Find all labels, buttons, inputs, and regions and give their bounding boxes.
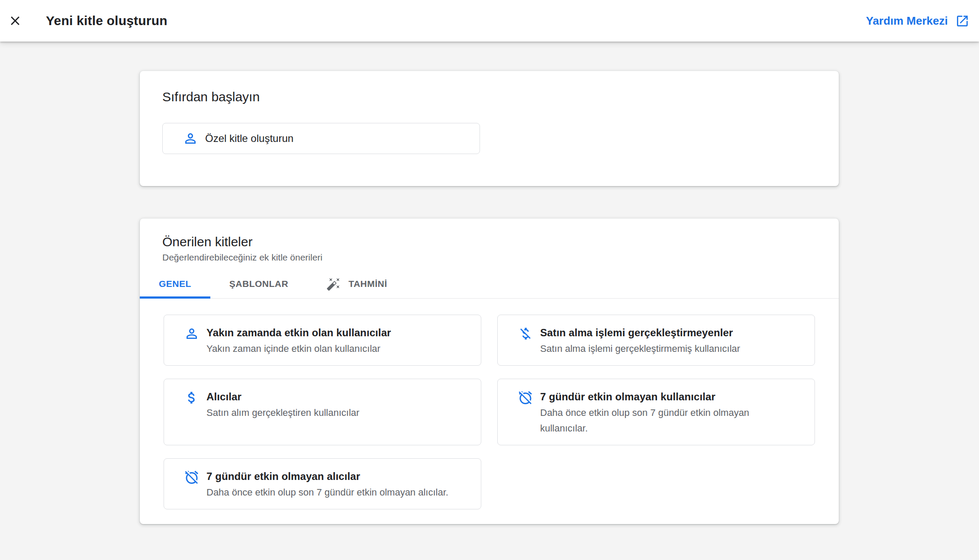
- audience-description: Daha önce etkin olup son 7 gündür etkin …: [206, 485, 448, 500]
- close-button[interactable]: [4, 10, 26, 32]
- audience-title: 7 gündür etkin olmayan kullanıcılar: [540, 389, 797, 404]
- audience-title: Yakın zamanda etkin olan kullanıcılar: [206, 325, 391, 340]
- close-icon: [8, 13, 23, 28]
- help-center-label: Yardım Merkezi: [866, 14, 948, 28]
- audience-description: Daha önce etkin olup son 7 gündür etkin …: [540, 405, 797, 436]
- audience-tile-inactive-7-days-buyers[interactable]: 7 gündür etkin olmayan alıcılar Daha önc…: [164, 458, 481, 509]
- dollar-icon: [184, 390, 200, 406]
- tab-bar: GENEL ŞABLONLAR TAHMİNİ: [140, 270, 839, 299]
- start-from-scratch-title: Sıfırdan başlayın: [162, 88, 816, 106]
- person-icon: [183, 131, 198, 146]
- tab-sablonlar[interactable]: ŞABLONLAR: [210, 270, 307, 298]
- audience-tile-inactive-7-days-users[interactable]: 7 gündür etkin olmayan kullanıcılar Daha…: [497, 379, 815, 445]
- audience-description: Satın alım gerçekleştiren kullanıcılar: [206, 405, 359, 421]
- person-icon: [184, 326, 200, 341]
- audience-tile-recently-active[interactable]: Yakın zamanda etkin olan kullanıcılar Ya…: [164, 315, 481, 366]
- suggested-audiences-header: Önerilen kitleler Değerlendirebileceğini…: [140, 219, 839, 264]
- open-in-new-icon: [955, 14, 969, 28]
- tab-genel-label: GENEL: [159, 279, 191, 289]
- tab-sablonlar-label: ŞABLONLAR: [229, 279, 288, 289]
- audience-title: Alıcılar: [206, 389, 359, 404]
- audience-title: Satın alma işlemi gerçekleştirmeyenler: [540, 325, 740, 340]
- tab-tahmini[interactable]: TAHMİNİ: [307, 270, 406, 298]
- clock-off-icon: [184, 470, 200, 485]
- audience-description: Satın alma işlemi gerçekleştirmemiş kull…: [540, 341, 740, 357]
- tab-tahmini-label: TAHMİNİ: [348, 279, 387, 289]
- page-title: Yeni kitle oluşturun: [46, 13, 167, 28]
- create-audience-page: Yeni kitle oluşturun Yardım Merkezi Sıfı…: [0, 0, 979, 560]
- audience-title: 7 gündür etkin olmayan alıcılar: [206, 469, 448, 484]
- magic-wand-icon: [326, 277, 341, 291]
- create-custom-audience-button[interactable]: Özel kitle oluşturun: [162, 123, 480, 154]
- help-center-link[interactable]: Yardım Merkezi: [866, 14, 969, 28]
- audience-tile-purchasers[interactable]: Alıcılar Satın alım gerçekleştiren kulla…: [164, 379, 481, 445]
- main-content: Sıfırdan başlayın Özel kitle oluşturun Ö…: [0, 42, 979, 524]
- suggested-audiences-subtitle: Değerlendirebileceğiniz ek kitle önerile…: [162, 251, 816, 264]
- create-custom-audience-label: Özel kitle oluşturun: [205, 132, 293, 145]
- suggested-audiences-title: Önerilen kitleler: [162, 233, 816, 251]
- tab-genel[interactable]: GENEL: [140, 270, 210, 298]
- audience-tile-non-purchasers[interactable]: Satın alma işlemi gerçekleştirmeyenler S…: [497, 315, 815, 366]
- clock-off-icon: [518, 390, 533, 406]
- money-off-icon: [518, 326, 533, 341]
- audience-description: Yakın zaman içinde etkin olan kullanıcıl…: [206, 341, 391, 357]
- dialog-header: Yeni kitle oluşturun Yardım Merkezi: [0, 0, 979, 42]
- suggested-audiences-card: Önerilen kitleler Değerlendirebileceğini…: [140, 219, 839, 524]
- start-from-scratch-card: Sıfırdan başlayın Özel kitle oluşturun: [140, 71, 839, 186]
- audience-grid: Yakın zamanda etkin olan kullanıcılar Ya…: [164, 315, 815, 509]
